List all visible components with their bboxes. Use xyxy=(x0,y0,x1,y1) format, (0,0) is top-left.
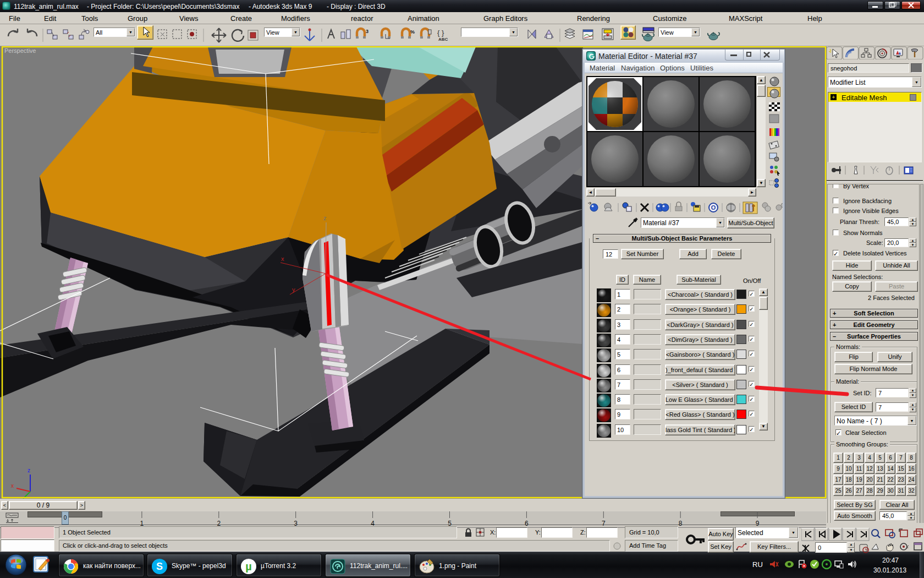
svg-text:%: % xyxy=(410,29,415,35)
svg-text:ABC: ABC xyxy=(438,37,448,42)
svg-text:z: z xyxy=(323,215,327,221)
svg-text:y: y xyxy=(292,286,295,293)
svg-text:x: x xyxy=(11,483,14,489)
svg-text:S: S xyxy=(156,561,163,572)
svg-text:O: O xyxy=(711,204,716,211)
svg-text:µ: µ xyxy=(245,560,252,572)
svg-text:x: x xyxy=(281,255,284,262)
svg-text:Perspective: Perspective xyxy=(4,47,36,54)
svg-text:8: 8 xyxy=(679,520,683,527)
svg-text:3: 3 xyxy=(366,29,369,34)
svg-text:9: 9 xyxy=(756,520,760,527)
svg-text:7: 7 xyxy=(602,520,606,527)
svg-text:{ }: { } xyxy=(437,29,444,37)
svg-text:z: z xyxy=(28,467,30,473)
svg-text:6: 6 xyxy=(525,520,529,527)
